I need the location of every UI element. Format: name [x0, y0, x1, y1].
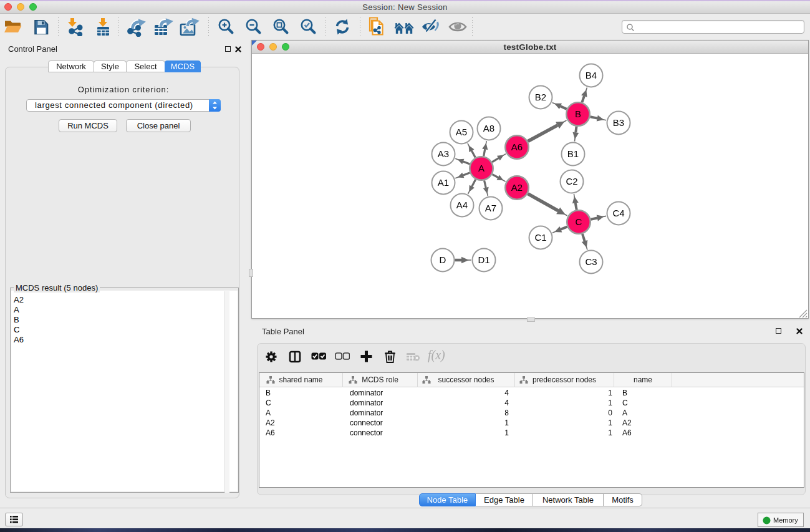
svg-text:A2: A2 — [511, 182, 523, 193]
svg-text:C2: C2 — [566, 176, 577, 186]
svg-text:D1: D1 — [478, 254, 489, 265]
svg-text:C4: C4 — [612, 208, 624, 218]
svg-text:A6: A6 — [511, 142, 523, 152]
svg-text:B2: B2 — [535, 92, 546, 102]
svg-text:A5: A5 — [456, 127, 467, 137]
svg-text:D: D — [440, 254, 446, 265]
svg-text:A4: A4 — [456, 200, 468, 210]
svg-text:B: B — [575, 109, 581, 119]
svg-text:B1: B1 — [567, 148, 579, 159]
svg-text:C: C — [576, 216, 582, 227]
svg-text:C1: C1 — [534, 232, 546, 243]
svg-text:A8: A8 — [483, 123, 494, 133]
svg-text:B3: B3 — [613, 117, 624, 128]
svg-text:A7: A7 — [485, 203, 496, 213]
svg-text:A3: A3 — [438, 148, 449, 159]
svg-text:A1: A1 — [438, 177, 449, 188]
svg-text:C3: C3 — [585, 256, 597, 267]
svg-text:B4: B4 — [586, 70, 597, 80]
svg-text:A: A — [478, 163, 485, 173]
